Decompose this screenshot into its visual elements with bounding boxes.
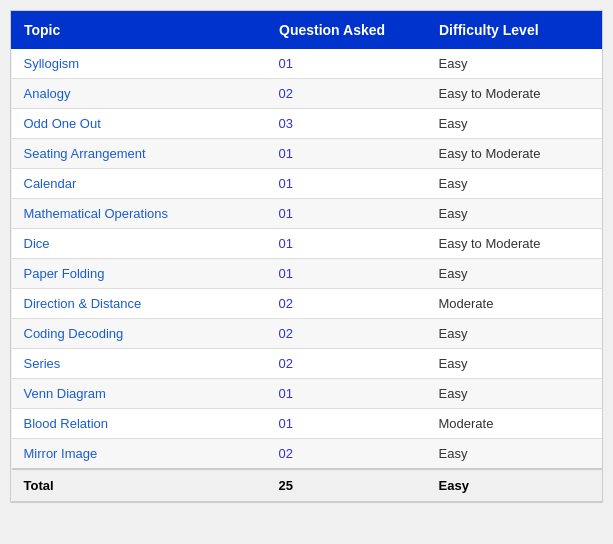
cell-topic: Venn Diagram <box>12 379 267 409</box>
cell-topic: Mathematical Operations <box>12 199 267 229</box>
table-row: Mathematical Operations01Easy <box>12 199 602 229</box>
cell-question-asked: 01 <box>267 49 427 79</box>
cell-question-asked: 02 <box>267 289 427 319</box>
cell-topic: Paper Folding <box>12 259 267 289</box>
main-table-container: Topic Question Asked Difficulty Level Sy… <box>10 10 603 503</box>
data-table: Topic Question Asked Difficulty Level Sy… <box>11 11 602 502</box>
cell-difficulty-level: Easy <box>427 109 602 139</box>
cell-question-asked: 01 <box>267 379 427 409</box>
cell-difficulty-level: Easy <box>427 439 602 470</box>
table-header-row: Topic Question Asked Difficulty Level <box>12 12 602 49</box>
cell-difficulty-level: Easy <box>427 199 602 229</box>
cell-question-asked: 03 <box>267 109 427 139</box>
header-question-asked: Question Asked <box>267 12 427 49</box>
cell-difficulty-level: Easy <box>427 319 602 349</box>
header-difficulty-level: Difficulty Level <box>427 12 602 49</box>
cell-difficulty-level: Easy to Moderate <box>427 79 602 109</box>
cell-topic: Odd One Out <box>12 109 267 139</box>
cell-difficulty-level: Easy <box>427 259 602 289</box>
cell-question-asked: 01 <box>267 199 427 229</box>
cell-question-asked: 02 <box>267 319 427 349</box>
cell-question-asked: 01 <box>267 169 427 199</box>
cell-difficulty-level: Easy <box>427 169 602 199</box>
cell-question-asked: 01 <box>267 259 427 289</box>
cell-topic: Calendar <box>12 169 267 199</box>
table-row: Coding Decoding02Easy <box>12 319 602 349</box>
cell-topic: Syllogism <box>12 49 267 79</box>
footer-overall-difficulty: Easy <box>427 469 602 502</box>
cell-topic: Mirror Image <box>12 439 267 470</box>
cell-difficulty-level: Easy <box>427 49 602 79</box>
table-row: Paper Folding01Easy <box>12 259 602 289</box>
cell-question-asked: 02 <box>267 439 427 470</box>
table-row: Dice01Easy to Moderate <box>12 229 602 259</box>
cell-question-asked: 01 <box>267 409 427 439</box>
cell-difficulty-level: Easy to Moderate <box>427 139 602 169</box>
cell-topic: Blood Relation <box>12 409 267 439</box>
footer-total: 25 <box>267 469 427 502</box>
table-row: Syllogism01Easy <box>12 49 602 79</box>
cell-topic: Coding Decoding <box>12 319 267 349</box>
cell-topic: Analogy <box>12 79 267 109</box>
cell-difficulty-level: Easy <box>427 379 602 409</box>
cell-difficulty-level: Easy to Moderate <box>427 229 602 259</box>
cell-topic: Series <box>12 349 267 379</box>
table-row: Direction & Distance02Moderate <box>12 289 602 319</box>
table-footer-row: Total 25 Easy <box>12 469 602 502</box>
footer-label: Total <box>12 469 267 502</box>
table-row: Calendar01Easy <box>12 169 602 199</box>
cell-topic: Direction & Distance <box>12 289 267 319</box>
header-topic: Topic <box>12 12 267 49</box>
table-row: Analogy02Easy to Moderate <box>12 79 602 109</box>
cell-topic: Seating Arrangement <box>12 139 267 169</box>
cell-question-asked: 01 <box>267 229 427 259</box>
cell-question-asked: 01 <box>267 139 427 169</box>
table-row: Blood Relation01Moderate <box>12 409 602 439</box>
table-row: Venn Diagram01Easy <box>12 379 602 409</box>
cell-difficulty-level: Moderate <box>427 409 602 439</box>
cell-question-asked: 02 <box>267 349 427 379</box>
cell-difficulty-level: Moderate <box>427 289 602 319</box>
table-row: Mirror Image02Easy <box>12 439 602 470</box>
cell-topic: Dice <box>12 229 267 259</box>
table-row: Series02Easy <box>12 349 602 379</box>
table-body: Syllogism01EasyAnalogy02Easy to Moderate… <box>12 49 602 470</box>
table-row: Odd One Out03Easy <box>12 109 602 139</box>
cell-difficulty-level: Easy <box>427 349 602 379</box>
table-row: Seating Arrangement01Easy to Moderate <box>12 139 602 169</box>
cell-question-asked: 02 <box>267 79 427 109</box>
